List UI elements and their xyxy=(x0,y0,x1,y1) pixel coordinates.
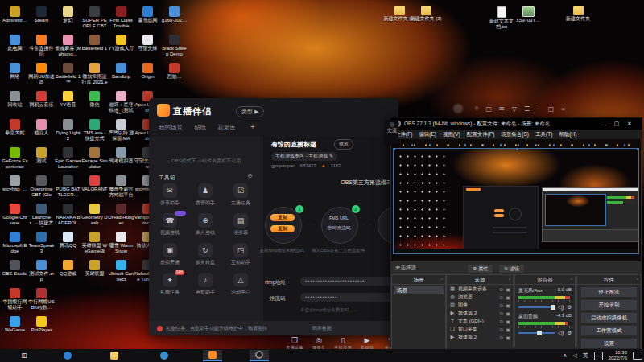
desktop-icon[interactable]: TMS.exe - 快捷方式 xyxy=(81,119,108,142)
obs-preview[interactable] xyxy=(391,139,641,261)
desktop-icon[interactable]: WeGame xyxy=(2,316,28,333)
selection-handle[interactable] xyxy=(393,148,395,150)
category-badge[interactable]: 主机游戏专区 - 主机游戏 ✎ xyxy=(271,152,337,161)
toolbox-item[interactable]: ♪ 点歌助手 xyxy=(188,273,223,296)
lock-icon[interactable]: ▣ xyxy=(506,335,510,340)
channel-gear-icon[interactable]: ⚙ xyxy=(567,304,572,311)
close-button[interactable]: × xyxy=(561,105,565,113)
desktop-icon[interactable]: 中行网银USBKey数… xyxy=(28,288,55,311)
desktop-icon[interactable]: 微软常用运行库 2021.exe xyxy=(81,63,108,86)
taskbar-obs[interactable] xyxy=(250,350,269,361)
desktop-icon[interactable]: Microsoft Edge xyxy=(2,232,28,254)
toolbox-item[interactable]: ✦ 礼物任务 24H xyxy=(152,273,188,296)
control-button[interactable]: 工作室模式 xyxy=(580,325,638,336)
taskbar-edge[interactable] xyxy=(58,350,77,361)
desktop-icon[interactable]: Steam xyxy=(28,6,55,23)
toolbox-item[interactable]: ✉ 弹幕助手 xyxy=(152,183,188,207)
source-row[interactable]: ▨ 图像 ⊙ ▣ xyxy=(447,301,513,309)
dock-pin-icon[interactable]: ▫ xyxy=(637,275,638,284)
tray-chevron[interactable]: ∧ xyxy=(563,352,567,359)
desktop-icon[interactable]: 测试 xyxy=(28,147,55,164)
visibility-eye-icon[interactable]: ⊙ xyxy=(499,319,503,324)
toolbox-item[interactable]: ⊕ 多人连线 xyxy=(188,213,223,237)
obs-menu-item[interactable]: 帮助(H) xyxy=(559,131,576,138)
desktop-icon[interactable]: Google Chrome xyxy=(2,204,28,226)
obs-close-button[interactable]: ✕ xyxy=(623,121,636,127)
obs-maximize-button[interactable]: ▢ xyxy=(610,121,623,127)
notification-icon[interactable] xyxy=(633,352,642,360)
visibility-eye-icon[interactable]: ⊙ xyxy=(499,311,503,316)
toolbox-collapse-icon[interactable]: ⊖ xyxy=(247,172,253,179)
desktop-icon[interactable]: 网络 xyxy=(2,63,28,80)
source-row[interactable]: ▶ 媒体源 3 ⊙ ▣ xyxy=(447,309,513,317)
obs-menu-item[interactable]: 编辑(E) xyxy=(419,131,436,138)
obs-menu-item[interactable]: 场景集合(S) xyxy=(501,131,529,138)
desktop-icon[interactable]: Bandizip xyxy=(108,63,134,80)
desktop-icon[interactable]: 严阵以待 游 保留.MAO… xyxy=(108,119,134,142)
desktop-icon[interactable]: 斗鱼直播伴侣 xyxy=(28,35,55,57)
start-button[interactable]: ⊞ xyxy=(16,351,32,360)
obs-menu-item[interactable]: 工具(T) xyxy=(535,131,552,138)
source-row[interactable]: ▶ 媒体源 2 ⊙ ▣ xyxy=(447,333,513,341)
desktop-icon[interactable]: Epic Games Launcher xyxy=(55,147,81,170)
dock-pin-icon[interactable]: ▫ xyxy=(571,275,572,284)
taskbar-clock[interactable]: 10:38 2022/7/6 xyxy=(609,350,627,361)
desktop-icon[interactable]: PotPlayer xyxy=(28,316,55,333)
desktop-icon[interactable]: Overprime CBT (Clos… xyxy=(28,175,55,199)
desktop-icon[interactable]: PUBG BATTLEGR… xyxy=(55,175,81,198)
tool-toggle[interactable] xyxy=(175,211,186,216)
copy-key-button[interactable]: 复制 xyxy=(270,225,295,232)
source-row[interactable]: ◍ 浏览器 ⊙ ▣ xyxy=(447,293,513,301)
source-row[interactable]: ▦ 视频采集设备 ⊙ ▣ xyxy=(447,285,513,293)
lock-icon[interactable]: ▣ xyxy=(506,302,510,308)
record-icon[interactable]: ⌾ xyxy=(475,105,479,113)
desktop-icon[interactable]: 雀魂麻将 (Mahjong… xyxy=(55,35,81,57)
control-button[interactable]: 启动虚拟摄像机 xyxy=(580,312,638,323)
desktop-icon[interactable]: 魔兽争霸官方对战平台 xyxy=(108,175,134,198)
taskbar-explorer[interactable] xyxy=(105,350,124,361)
menu-icon[interactable]: ☰ xyxy=(524,105,530,113)
properties-button[interactable]: ⚙ 属性 xyxy=(468,265,493,273)
desktop-icon[interactable]: 网易UU加速器 xyxy=(28,63,55,85)
desktop-icon[interactable]: First Class Trouble xyxy=(108,6,134,29)
toolbox-item[interactable]: ▣ 虚拟开播 xyxy=(152,243,188,266)
desktop-icon[interactable]: 测试文件.zip xyxy=(28,260,55,282)
desktop-icon[interactable]: Dying Light 2 xyxy=(55,119,81,142)
toolbox-item[interactable]: ↻ 抽奖转盘 xyxy=(188,243,223,266)
control-button[interactable]: 开始录制 xyxy=(580,299,638,311)
desktop-icon[interactable]: 网易云音乐 xyxy=(28,91,55,108)
message-icon[interactable]: ✉ xyxy=(499,105,505,113)
window-icon[interactable]: ▢ xyxy=(486,105,493,113)
desktop-icon[interactable]: 烈焰… xyxy=(161,63,188,80)
desktop-icon[interactable]: 新建文件夹 xyxy=(562,6,594,22)
desktop-icon[interactable]: src=http_… xyxy=(2,175,28,192)
companion-tab[interactable]: 花絮库 xyxy=(217,124,236,132)
chat-side-tab[interactable]: 交流 xyxy=(386,120,398,144)
desktop-icon[interactable]: 守望先锋 xyxy=(134,35,161,51)
toolbox-item[interactable]: ▤ 读弹幕 xyxy=(223,213,258,237)
obs-minimize-button[interactable]: — xyxy=(597,121,610,127)
visibility-eye-icon[interactable]: ⊙ xyxy=(499,286,503,292)
dock-pin-icon[interactable]: ▫ xyxy=(509,275,510,284)
desktop-icon[interactable]: YY语音 xyxy=(55,91,81,108)
copy-rtmp-button[interactable]: 复制 xyxy=(270,214,295,221)
desktop-icon[interactable]: OBS Studio xyxy=(2,260,28,277)
desktop-icon[interactable]: g160-202… xyxy=(161,6,188,23)
minimize-button[interactable]: − xyxy=(537,105,541,113)
desktop-icon[interactable]: Battlefield 1 xyxy=(81,35,108,51)
lock-icon[interactable]: ▣ xyxy=(506,327,510,332)
desktop-icon[interactable]: Origin xyxy=(134,63,161,80)
toolbox-item[interactable]: ☑ 主播任务 xyxy=(223,183,258,207)
toolbox-item[interactable]: ◳ 互动助手 xyxy=(223,243,258,266)
volume-icon[interactable]: ◁ xyxy=(572,352,576,359)
selection-handle[interactable] xyxy=(516,148,518,150)
desktop-icon[interactable]: TeamSpeak 3 xyxy=(28,232,55,254)
source-row[interactable]: T 文本 (GDI+) ⊙ ▣ xyxy=(447,317,513,325)
desktop-icon[interactable]: 英雄联盟 xyxy=(81,260,108,277)
desktop-icon[interactable]: 暖雪 Warm Snow xyxy=(108,232,134,254)
source-row[interactable]: ❏ 窗口采集 ⊙ ▣ xyxy=(447,325,513,333)
desktop-icon[interactable]: YY游戏大厅 xyxy=(108,35,134,51)
desktop-icon[interactable]: 微信 xyxy=(81,91,108,108)
visibility-eye-icon[interactable]: ⊙ xyxy=(499,302,503,308)
desktop-icon[interactable]: 英雄联盟 WeGame版 xyxy=(81,232,108,254)
